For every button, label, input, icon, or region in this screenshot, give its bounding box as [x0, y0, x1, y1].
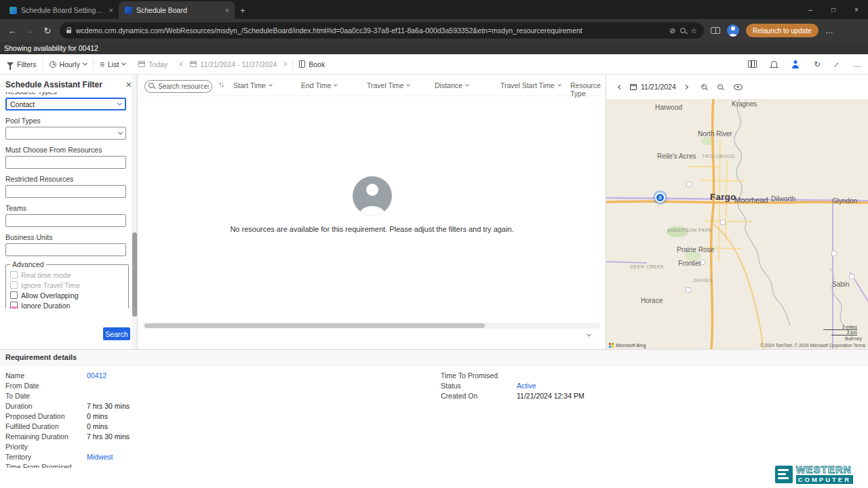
resources-grid-panel: ↑↓ Start Time End Time Travel Time Dista… [138, 75, 606, 349]
column-header-travel-time[interactable]: Travel Time [367, 81, 410, 89]
board-view-icon[interactable] [748, 60, 757, 68]
previous-range-icon[interactable] [180, 62, 184, 66]
scrollbar-thumb[interactable] [132, 232, 137, 317]
refresh-board-icon[interactable]: ↻ [814, 60, 821, 68]
detail-row: Priority [5, 441, 344, 451]
url-bar[interactable]: wcdemo.crm.dynamics.com/WebResources/msd… [60, 22, 704, 39]
map-label: DEER CREEK [630, 264, 665, 269]
map-label: Sabin [832, 281, 850, 288]
checkbox-ignore-duration[interactable]: Ignore Duration [10, 302, 119, 308]
close-panel-icon[interactable]: × [126, 81, 132, 89]
previous-day-icon[interactable] [618, 84, 623, 89]
detail-row: Remaining Duration7 hrs 30 mins [5, 431, 344, 441]
view-mode-dropdown[interactable]: Hourly [50, 60, 87, 68]
horizontal-scrollbar[interactable] [144, 323, 600, 329]
maximize-button[interactable]: □ [822, 0, 845, 19]
detail-row: Name00412 [5, 370, 344, 380]
minimize-button[interactable]: – [799, 0, 822, 19]
western-computer-logo-icon [775, 466, 793, 483]
map-label: TROLLWOOD [702, 154, 735, 159]
book-button[interactable]: Book [299, 60, 325, 68]
column-header-resource-type[interactable]: Resource Type [570, 81, 606, 98]
sort-icon[interactable]: ↑↓ [218, 80, 223, 88]
empty-message: No resources are available for this requ… [230, 225, 513, 233]
notifications-bell-icon[interactable] [771, 61, 777, 67]
status-link[interactable]: Active [517, 382, 536, 390]
clock-icon [50, 61, 56, 68]
map-label: Glyndon [832, 197, 857, 205]
browser-tab-schedule-board[interactable]: Schedule Board × [119, 1, 235, 19]
date-range-picker[interactable]: 11/21/2024 - 11/27/2024 [190, 60, 277, 68]
today-button[interactable]: Today [138, 60, 167, 68]
new-tab-button[interactable]: + [240, 5, 245, 16]
pool-types-select[interactable] [5, 127, 126, 140]
visibility-eye-icon[interactable] [734, 84, 743, 90]
browser-tab-settings[interactable]: Schedule Board Settings Activ × [4, 1, 119, 19]
chevron-down-icon [465, 83, 469, 87]
bing-attribution: Microsoft Bing [609, 343, 646, 348]
filter-panel-scrollbar[interactable] [132, 75, 137, 349]
map-date-picker[interactable]: 11/21/2024 [630, 83, 676, 91]
advanced-options-group: Advanced Real time mode Ignore Travel Ti… [5, 264, 129, 308]
tab-close-icon[interactable]: × [225, 6, 229, 14]
zoom-icon[interactable]: + [680, 28, 686, 33]
western-computer-logo: WESTERN COMPUTER [775, 464, 853, 484]
close-button[interactable]: × [845, 0, 868, 19]
calendar-icon [630, 84, 637, 90]
map-label: Horace [641, 297, 663, 304]
tracking-prevention-icon[interactable]: ⊘ [669, 26, 675, 35]
column-header-start-time[interactable]: Start Time [233, 81, 272, 89]
business-units-input[interactable] [5, 243, 126, 256]
must-choose-input[interactable] [5, 156, 126, 169]
favorites-star-icon[interactable]: ☆ [690, 26, 697, 35]
map-label: Frontier [678, 260, 701, 267]
map-canvas[interactable]: Harwood Kragnes North River Reile's Acre… [606, 99, 868, 349]
road-shield-icon [686, 287, 691, 293]
chevron-down-icon [83, 61, 87, 66]
column-header-distance[interactable]: Distance [435, 81, 469, 89]
back-icon[interactable]: ← [7, 26, 18, 36]
expand-icon[interactable]: ↕ [833, 60, 842, 68]
checkbox-ignore-travel-time: Ignore Travel Time [10, 281, 119, 289]
detail-row: Proposed Duration0 mins [5, 411, 344, 421]
detail-row: Time From Promised [5, 462, 344, 468]
detail-row: StatusActive [441, 380, 712, 390]
next-range-icon[interactable] [282, 62, 287, 66]
layout-dropdown[interactable]: ≡ List [100, 60, 125, 68]
map-label: Fargo [710, 192, 736, 202]
refresh-icon[interactable]: ↻ [42, 26, 53, 36]
microsoft-logo-icon [609, 343, 614, 348]
scrollbar-thumb[interactable] [144, 323, 485, 328]
name-link[interactable]: 00412 [87, 371, 106, 380]
search-button[interactable]: Search [103, 327, 130, 340]
restricted-resources-input[interactable] [5, 185, 126, 198]
requirement-location-marker[interactable]: 2 [655, 192, 665, 203]
teams-input[interactable] [5, 214, 126, 227]
empty-state: No resources are available for this requ… [138, 176, 606, 233]
filters-button[interactable]: Filters [7, 60, 37, 68]
zoom-out-icon[interactable]: − [717, 84, 723, 89]
column-header-travel-start-time[interactable]: Travel Start Time [500, 81, 561, 89]
tab-favicon [125, 7, 132, 14]
schedule-assistant-icon[interactable] [791, 60, 800, 68]
collapse-details-icon[interactable] [587, 332, 591, 337]
resource-types-select[interactable]: Contact [5, 98, 126, 110]
checkbox-allow-overlapping[interactable]: Allow Overlapping [10, 291, 119, 300]
window-controls: – □ × [799, 0, 868, 19]
tab-close-icon[interactable]: × [109, 6, 113, 14]
more-options-icon[interactable]: … [853, 60, 861, 69]
profile-avatar[interactable] [727, 24, 739, 37]
relaunch-to-update-button[interactable]: Relaunch to update [746, 24, 818, 37]
territory-link[interactable]: Midwest [87, 453, 113, 461]
next-day-icon[interactable] [684, 84, 688, 89]
split-screen-icon[interactable] [711, 27, 720, 34]
site-info-lock-icon[interactable] [66, 30, 71, 33]
zoom-in-icon[interactable]: + [701, 84, 707, 89]
browser-menu-icon[interactable]: … [825, 26, 833, 35]
filter-panel-title: Schedule Assistant Filter [5, 80, 126, 89]
pool-types-label: Pool Types [5, 117, 131, 125]
url-text[interactable]: wcdemo.crm.dynamics.com/WebResources/msd… [76, 26, 665, 35]
search-resources-input[interactable] [144, 80, 212, 93]
detail-row: Time To Promised [441, 370, 712, 380]
column-header-end-time[interactable]: End Time [301, 81, 337, 89]
